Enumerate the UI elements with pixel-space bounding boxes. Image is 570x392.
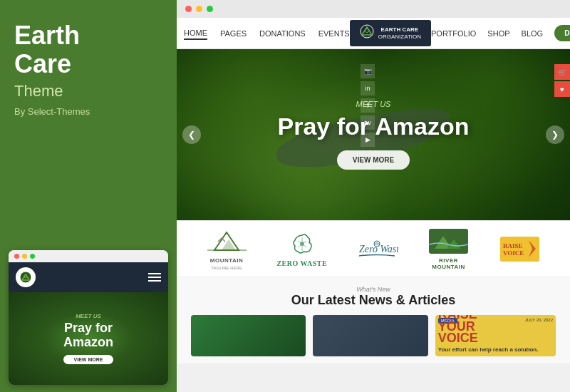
linkedin-icon[interactable]: in — [361, 81, 375, 96]
zero-waste-logo-1-text: Zero Waste — [276, 259, 327, 267]
facebook-icon[interactable]: f — [361, 98, 375, 113]
mountain-logo-text: MountAin — [210, 257, 244, 264]
nav-events[interactable]: EVENTS — [318, 28, 350, 39]
right-panel: HOME PAGES DONATIONS EVENTS EARTH CAREOR… — [177, 0, 570, 392]
zero-waste-logo-1: Zero Waste — [276, 230, 327, 267]
mobile-hero-content: MEET US Pray for Amazon VIEW MORE — [63, 313, 113, 365]
mobile-preview: MEET US Pray for Amazon VIEW MORE — [9, 250, 168, 385]
whats-new-label: What's New — [191, 286, 556, 293]
nav-links: HOME PAGES DONATIONS EVENTS — [184, 27, 350, 40]
right-float-icons: 🛒 ♥ — [554, 64, 570, 98]
svg-text:VOICE: VOICE — [503, 249, 524, 257]
zero-waste-logo-2-image: Zero Waste — [356, 235, 398, 262]
browser-chrome — [177, 0, 570, 18]
hero-arrow-right[interactable]: ❯ — [546, 125, 564, 144]
news-cards: MEDIA JULY 20, 2022 RAISEYOURVOICE Your … — [191, 315, 556, 356]
svg-point-6 — [300, 242, 304, 246]
svg-point-0 — [20, 272, 31, 283]
mobile-view-more-button[interactable]: VIEW MORE — [63, 355, 113, 364]
site-nav: HOME PAGES DONATIONS EVENTS EARTH CAREOR… — [177, 18, 570, 49]
hamburger-icon[interactable] — [148, 273, 161, 282]
news-section-title: Our Latest News & Articles — [191, 293, 556, 308]
by-line: By Select-Themes — [14, 106, 162, 117]
nav-logo-icon — [360, 24, 374, 41]
hero-arrow-left[interactable]: ❮ — [182, 125, 201, 144]
cart-icon[interactable]: 🛒 — [554, 64, 570, 80]
nav-portfolio[interactable]: PORTFOLIO — [431, 28, 476, 39]
nav-pages[interactable]: PAGES — [220, 28, 247, 39]
donate-button[interactable]: DONATE — [554, 25, 570, 41]
river-mountain-logo: RIVERMOUNTAIN — [428, 228, 470, 270]
raise-voice-logo-image: RAISE VOICE — [499, 235, 542, 262]
mountain-logo-image — [205, 228, 248, 255]
browser-dot-green — [207, 6, 213, 12]
svg-point-3 — [365, 29, 368, 33]
dot-red — [14, 254, 19, 259]
mobile-dots-bar — [9, 250, 168, 262]
news-card-1[interactable] — [191, 315, 306, 356]
nav-logo: EARTH CAREORGANIZATION — [350, 20, 431, 46]
news-card-3[interactable]: MEDIA JULY 20, 2022 RAISEYOURVOICE Your … — [435, 315, 556, 356]
raise-voice-card-text: RAISEYOURVOICE — [438, 315, 478, 344]
browser-dot-yellow — [196, 6, 202, 12]
dot-yellow — [22, 254, 27, 259]
mobile-hero-title: Pray for Amazon — [63, 321, 113, 350]
svg-text:Zero Waste: Zero Waste — [359, 244, 398, 254]
news-card-2[interactable] — [313, 315, 428, 356]
social-icons-nav: 📷 in f tw ▶ — [361, 64, 375, 147]
mobile-nav — [9, 262, 168, 292]
zero-waste-logo-2: Zero Waste — [356, 235, 398, 262]
river-mountain-logo-text: RIVERMOUNTAIN — [432, 257, 465, 270]
nav-blog[interactable]: BLOG — [522, 28, 544, 39]
view-more-button[interactable]: VIEW MORE — [337, 150, 410, 170]
mobile-logo-icon — [16, 267, 36, 287]
theme-title: Earth Care — [14, 21, 162, 78]
theme-subtitle: Theme — [14, 82, 162, 100]
mobile-hero: MEET US Pray for Amazon VIEW MORE — [9, 292, 168, 385]
nav-donations[interactable]: DONATIONS — [259, 28, 306, 39]
browser-dot-red — [185, 6, 192, 12]
twitter-icon[interactable]: tw — [361, 115, 375, 130]
youtube-icon[interactable]: ▶ — [361, 133, 375, 147]
nav-shop[interactable]: SHOP — [487, 28, 509, 39]
wishlist-icon[interactable]: ♥ — [554, 81, 570, 97]
raise-voice-logo: RAISE VOICE — [499, 235, 542, 262]
news-card-date: JULY 20, 2022 — [525, 318, 553, 322]
news-card-text: Your effort can help reach a solution. — [438, 346, 553, 354]
dot-green — [30, 254, 35, 259]
nav-right: PORTFOLIO SHOP BLOG DONATE — [431, 25, 570, 41]
mountain-logo-sub: TAGLINE HERE — [211, 266, 242, 270]
svg-text:RAISE: RAISE — [503, 242, 523, 249]
river-mountain-logo-image — [428, 228, 470, 255]
svg-marker-5 — [222, 239, 236, 250]
mountain-logo: MountAin TAGLINE HERE — [205, 228, 248, 270]
nav-home[interactable]: HOME — [184, 27, 207, 40]
instagram-icon[interactable]: 📷 — [361, 64, 375, 78]
news-section: What's New Our Latest News & Articles ME… — [177, 277, 570, 363]
mobile-meet-us-text: MEET US — [63, 313, 113, 319]
zero-waste-logo-1-image — [281, 230, 323, 257]
logos-strip: MountAin TAGLINE HERE Zero Waste Zero Wa… — [177, 220, 570, 277]
left-panel: Earth Care Theme By Select-Themes — [0, 0, 177, 392]
svg-rect-9 — [429, 229, 468, 254]
